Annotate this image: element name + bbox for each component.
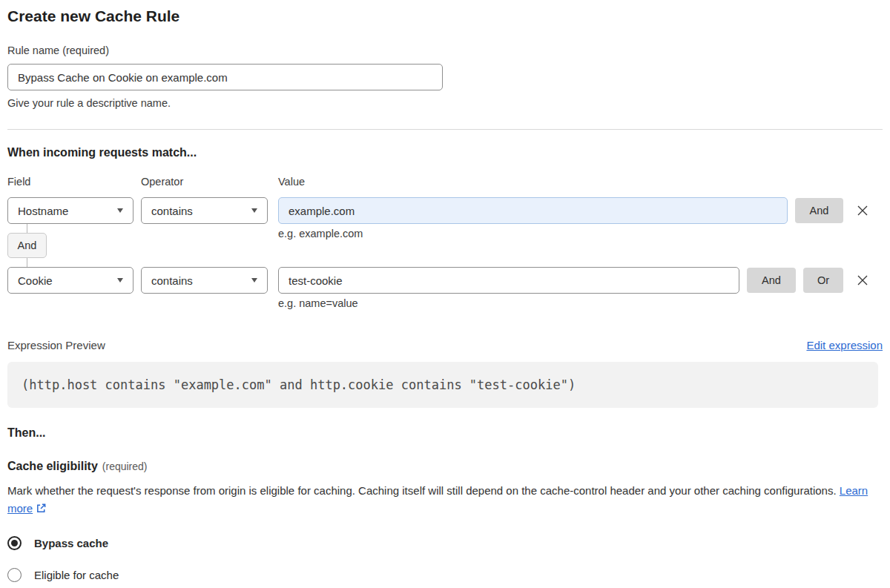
cache-eligibility-description: Mark whether the request's response from… [7,482,878,519]
edit-expression-link[interactable]: Edit expression [806,339,883,351]
expression-header: Expression Preview Edit expression [7,339,883,351]
field-select-row1[interactable]: Hostname [7,197,134,224]
chevron-down-icon [251,208,257,213]
remove-condition-row2-button[interactable] [855,273,870,288]
connector-and-button[interactable]: And [7,233,47,258]
close-icon [856,274,869,287]
radio-option-bypass-cache[interactable]: Bypass cache [7,536,883,550]
chevron-down-icon [117,208,123,213]
expression-code-block: (http.host contains "example.com" and ht… [7,362,878,408]
cache-eligibility-title: Cache eligibility [7,460,98,472]
field-select-row1-value: Hostname [18,205,68,217]
radio-unselected-icon [7,568,22,582]
operator-select-row1[interactable]: contains [141,197,268,224]
rule-name-helper: Give your rule a descriptive name. [7,96,883,110]
section-divider [7,129,883,130]
operator-select-row2[interactable]: contains [141,267,268,294]
rule-name-label: Rule name (required) [7,44,883,57]
description-text: Mark whether the request's response from… [7,484,837,497]
required-note: (required) [102,460,148,472]
chevron-down-icon [117,278,123,283]
field-select-row2[interactable]: Cookie [7,267,134,294]
value-input-row2[interactable] [278,267,739,294]
field-select-row2-value: Cookie [18,274,53,287]
radio-label-bypass: Bypass cache [34,537,108,549]
connector-line-bottom [27,258,27,267]
or-button-row2[interactable]: Or [803,268,843,293]
rule-name-input[interactable] [7,64,443,90]
condition-builder: Field Operator Value Hostname contains A… [7,176,883,311]
operator-select-row2-value: contains [151,274,193,287]
match-heading: When incoming requests match... [7,145,883,160]
field-column-label: Field [7,176,30,188]
operator-select-row1-value: contains [151,205,193,217]
connector-line-top [27,224,27,233]
close-icon [856,204,869,217]
page-title: Create new Cache Rule [7,6,883,26]
operator-column-label: Operator [141,176,183,188]
chevron-down-icon [251,278,257,283]
then-heading: Then... [7,426,883,440]
value-helper-row1: e.g. example.com [278,228,363,240]
radio-option-eligible-for-cache[interactable]: Eligible for cache [7,568,883,582]
radio-label-eligible: Eligible for cache [34,569,119,581]
expression-preview-label: Expression Preview [7,339,105,351]
remove-condition-row1-button[interactable] [855,203,870,218]
and-button-row2[interactable]: And [747,268,796,293]
radio-selected-icon [7,536,22,550]
external-link-icon [36,501,47,519]
value-column-label: Value [278,176,305,188]
value-helper-row2: e.g. name=value [278,297,358,309]
value-input-row1[interactable] [278,197,788,224]
cache-eligibility-heading: Cache eligibility(required) [7,460,883,473]
and-button-row1[interactable]: And [795,198,843,223]
